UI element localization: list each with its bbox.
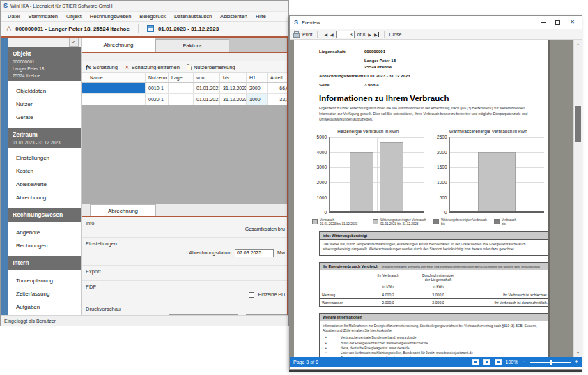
schaetzung-entfernen-label: Schätzung entfernen (132, 64, 180, 70)
sidebar-item-angebote[interactable]: Angebote (8, 226, 81, 239)
col-name[interactable]: Name (82, 73, 146, 82)
sidebar-item-geraete[interactable]: Geräte (8, 111, 81, 124)
vertical-scrollbar[interactable]: ▲ ▼ (573, 40, 582, 357)
sidebar-items-objekt: Objektdaten Nutzer Geräte (8, 81, 81, 128)
mwst-label: Mw (277, 250, 285, 255)
cell-h1[interactable]: 1000 (247, 94, 268, 105)
cell-lage[interactable] (169, 94, 194, 105)
empty-cell (463, 270, 548, 283)
sidebar-item-ablesewerte[interactable]: Ablesewerte (8, 178, 81, 191)
legend-label: Witterungsbereinigter Verbrauchbis (441, 218, 487, 227)
maximize-icon[interactable] (555, 20, 560, 25)
tab-abrechnung[interactable]: Abrechnung (82, 38, 155, 52)
print-button[interactable]: Print (302, 32, 312, 37)
saldenliste-button[interactable]: Sald (246, 314, 288, 316)
kostenaufstellung-button[interactable]: Kostenaufstellung (169, 314, 238, 316)
menu-hilfe[interactable]: Hilfe (252, 13, 270, 20)
table-header-row: Name Nutzernr Lage von bis H1 Anteil (82, 73, 287, 83)
sidebar-item-abrechnung[interactable]: Abrechnung (8, 191, 81, 204)
cell-name[interactable] (82, 83, 146, 93)
cell-nutzernr[interactable]: 0010-1 (146, 83, 169, 93)
zoom-slider-thumb[interactable] (550, 360, 552, 365)
row-heizung-verbrauch: 4.000,2 (363, 291, 413, 298)
sidebar-item-objektdaten[interactable]: Objektdaten (8, 84, 81, 98)
bullet-item: •Verbraucherzentrale Bundesverband: www.… (323, 335, 547, 340)
object-selector-button[interactable]: 000000001 - Langer Peter 18, 25524 Itzeh… (15, 26, 130, 32)
col-von[interactable]: von (194, 73, 220, 82)
abrechnungsdatum-input[interactable] (235, 249, 274, 257)
group-info: Info Gesamtkosten bru (82, 217, 287, 237)
col-anteil[interactable]: Anteil (268, 73, 287, 82)
sidebar-item-zeiterfassung[interactable]: Zeiterfassung (8, 287, 81, 300)
cell-anteil[interactable]: 66,67 % (268, 83, 287, 93)
col-nutzernr[interactable]: Nutzernr (146, 73, 169, 82)
section-title: Objekt (13, 50, 76, 57)
schaetzung-button[interactable]: fx Schätzung (86, 63, 118, 70)
menu-datenaustausch[interactable]: Datenaustausch (170, 13, 216, 20)
cell-von[interactable]: 01.01.2023 (194, 94, 220, 105)
col-lage[interactable]: Lage (169, 73, 194, 82)
menu-rechnungswesen[interactable]: Rechnungswesen (86, 13, 136, 20)
menu-objekt[interactable]: Objekt (62, 13, 86, 20)
sidebar-item-nutzer[interactable]: Nutzer (8, 98, 81, 111)
first-page-icon[interactable]: ◀ (323, 32, 327, 37)
sidebar-item-aufgaben[interactable]: Aufgaben (8, 300, 81, 314)
fit-whole-page-icon[interactable] (495, 359, 502, 365)
menu-belegdruck[interactable]: Belegdruck (135, 13, 170, 20)
table-row[interactable]: 0020-1 01.01.2023 31.12.2023 1000 33,33 … (82, 94, 287, 105)
sidebar-item-kosten[interactable]: Kosten (8, 164, 81, 178)
legend-item: Verbrauchbis (494, 218, 516, 227)
scrollbar-thumb[interactable] (575, 106, 581, 142)
nutzerbemerkung-button[interactable]: Nutzerbemerkung (187, 64, 235, 70)
scroll-up-icon[interactable]: ▲ (574, 40, 582, 48)
schaetzung-entfernen-button[interactable]: ✕ Schätzung entfernen (125, 64, 180, 70)
zeitraum-range: 01.01.2023 - 31.12.2023 (13, 140, 76, 145)
scroll-down-icon[interactable]: ▼ (574, 349, 582, 357)
col-h1[interactable]: H1 (247, 73, 268, 82)
close-icon[interactable]: ✕ (570, 20, 575, 25)
cell-bis[interactable]: 31.12.2023 (220, 83, 247, 93)
sidebar-items-rechnungswesen: Angebote Rechnungen (8, 222, 81, 256)
pane-gap (82, 53, 287, 61)
page-number-input[interactable] (336, 31, 355, 38)
menu-assistenten[interactable]: Assistenten (216, 13, 252, 20)
cell-name[interactable] (82, 94, 146, 105)
row-heizung-bewertung: Ihr Verbrauch ist schlechter. (463, 291, 548, 298)
tab-faktura[interactable]: Faktura (155, 39, 229, 52)
col-bis[interactable]: bis (220, 73, 247, 82)
zoom-in-icon[interactable]: + (575, 359, 578, 365)
group-info-label: Info (86, 220, 95, 227)
zoom-slider[interactable] (530, 360, 571, 365)
sidebar-item-tourenplanung[interactable]: Tourenplanung (8, 274, 81, 287)
fit-page-icon[interactable] (472, 359, 479, 365)
menu-datei[interactable]: Datei (3, 13, 24, 20)
sidebar-item-einstellungen[interactable]: Einstellungen (8, 151, 81, 164)
gesamtkosten-row: Gesamtkosten bru (245, 227, 285, 231)
cell-anteil[interactable]: 33,33 % (268, 94, 287, 105)
einzelne-pdf-checkbox[interactable] (249, 292, 254, 298)
charts-row: Heizenergie Verbrauch in kWh 50004000300… (312, 129, 544, 213)
menu-stammdaten[interactable]: Stammdaten (24, 13, 63, 20)
navigation-sidebar: < Objekt 000000001 Langer Peter 18 25524… (8, 38, 82, 315)
cell-bis[interactable]: 31.12.2023 (220, 94, 247, 105)
previous-page-icon[interactable]: ◀ (330, 32, 334, 37)
legend-swatch (433, 219, 439, 224)
fit-width-icon[interactable] (483, 359, 490, 365)
sidebar-item-rechnungen[interactable]: Rechnungen (8, 239, 81, 252)
bullet-dot: • (323, 346, 341, 351)
table-row[interactable]: 0010-1 01.01.2023 31.12.2023 2000 66,67 … (82, 83, 287, 94)
minimize-icon[interactable] (541, 22, 546, 23)
sidebar-collapse-button[interactable]: < (69, 38, 79, 47)
main-toolbar: ⌂ 000000001 - Langer Peter 18, 25524 Itz… (1, 22, 288, 36)
close-preview-button[interactable]: Close (389, 32, 402, 37)
cell-lage[interactable] (169, 83, 194, 93)
bottom-tab-abrechnung[interactable]: Abrechnung (90, 204, 156, 216)
last-page-icon[interactable]: ▶ (374, 32, 379, 37)
zoom-out-icon[interactable]: − (522, 359, 525, 365)
printer-icon (293, 31, 300, 37)
next-page-icon[interactable]: ▶ (368, 32, 371, 37)
period-selector-button[interactable]: 01.01.2023 - 31.12.2023 (158, 26, 219, 32)
cell-von[interactable]: 01.01.2023 (194, 83, 220, 93)
cell-h1[interactable]: 2000 (247, 83, 268, 93)
cell-nutzernr[interactable]: 0020-1 (146, 94, 169, 105)
